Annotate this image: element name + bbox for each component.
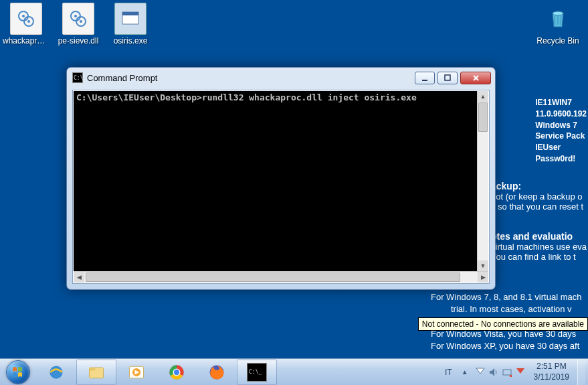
svg-rect-11 bbox=[422, 80, 427, 81]
security-icon[interactable] bbox=[515, 367, 526, 378]
action-center-icon[interactable] bbox=[475, 367, 486, 378]
titlebar[interactable]: C:\ Command Prompt bbox=[67, 68, 495, 88]
vertical-scrollbar[interactable]: ▲ ▼ bbox=[477, 91, 488, 271]
show-desktop-button[interactable] bbox=[577, 359, 585, 386]
scroll-down-arrow-icon[interactable]: ▼ bbox=[478, 260, 488, 271]
taskbar-items: C:\_ bbox=[36, 359, 277, 385]
taskbar: C:\_ IT ▲ 2:51 PM 3/11/2019 bbox=[0, 358, 588, 385]
desktop-icon-label: Recycle Bin bbox=[534, 36, 581, 46]
svg-rect-12 bbox=[445, 75, 450, 80]
console-area: C:\Users\IEUser\Desktop>rundll32 whackap… bbox=[72, 90, 490, 284]
scroll-thumb[interactable] bbox=[86, 273, 460, 282]
horizontal-scrollbar[interactable]: ◀ ▶ bbox=[74, 271, 488, 283]
svg-rect-24 bbox=[510, 375, 512, 377]
recycle-bin-icon bbox=[542, 3, 574, 35]
desktop-icon-osiris[interactable]: osiris.exe bbox=[107, 3, 154, 46]
minimize-button[interactable] bbox=[415, 72, 435, 84]
maximize-button[interactable] bbox=[437, 72, 458, 84]
clock-date: 3/11/2019 bbox=[534, 372, 569, 383]
taskbar-cmd[interactable]: C:\_ bbox=[237, 360, 277, 385]
system-tray: IT ▲ 2:51 PM 3/11/2019 bbox=[442, 359, 588, 385]
desktop-icon-pesieve[interactable]: pe-sieve.dll bbox=[55, 3, 102, 46]
taskbar-explorer[interactable] bbox=[76, 360, 116, 385]
desktop-icon-recyclebin[interactable]: Recycle Bin bbox=[534, 3, 581, 46]
show-hidden-icons[interactable]: ▲ bbox=[459, 368, 471, 376]
cmd-icon: C:\ bbox=[72, 72, 83, 83]
taskbar-clock[interactable]: 2:51 PM 3/11/2019 bbox=[530, 362, 573, 382]
taskbar-mediaplayer[interactable] bbox=[116, 360, 157, 385]
desktop-icon-label: osiris.exe bbox=[107, 36, 154, 46]
desktop-icon-label: pe-sieve.dll bbox=[55, 36, 102, 46]
start-button[interactable] bbox=[0, 359, 36, 386]
network-tooltip: Not connected - No connections are avail… bbox=[418, 317, 588, 331]
svg-point-6 bbox=[74, 15, 77, 17]
language-indicator[interactable]: IT bbox=[442, 368, 455, 377]
dll-icon bbox=[62, 3, 94, 35]
cmd-icon: C:\_ bbox=[247, 363, 267, 382]
svg-point-2 bbox=[22, 15, 25, 17]
volume-icon[interactable] bbox=[488, 367, 499, 378]
svg-rect-23 bbox=[503, 370, 511, 375]
wallpaper-system-info: IE11WIN7 11.0.9600.192 Windows 7 Service… bbox=[535, 97, 588, 165]
scroll-up-arrow-icon[interactable]: ▲ bbox=[478, 91, 488, 102]
svg-point-3 bbox=[27, 20, 30, 23]
svg-rect-15 bbox=[90, 368, 96, 370]
network-icon[interactable] bbox=[502, 367, 512, 378]
wallpaper-notes-text: otes and evaluatio virtual machines use … bbox=[491, 231, 588, 262]
dll-icon bbox=[10, 3, 42, 35]
command-prompt-window[interactable]: C:\ Command Prompt C:\Users\IEUser\Deskt… bbox=[66, 67, 496, 290]
svg-point-7 bbox=[80, 20, 82, 23]
svg-rect-9 bbox=[122, 12, 138, 15]
clock-time: 2:51 PM bbox=[534, 362, 569, 372]
desktop-icon-label: whackaproc... bbox=[3, 36, 50, 46]
svg-point-13 bbox=[50, 366, 62, 378]
svg-point-10 bbox=[553, 11, 563, 15]
window-title: Command Prompt bbox=[87, 73, 415, 83]
scroll-right-arrow-icon[interactable]: ▶ bbox=[478, 272, 488, 283]
scroll-left-arrow-icon[interactable]: ◀ bbox=[74, 272, 84, 283]
windows-logo-icon bbox=[6, 360, 30, 384]
scroll-thumb[interactable] bbox=[478, 102, 488, 132]
taskbar-ie[interactable] bbox=[36, 360, 76, 385]
desktop-icon-whackaproc[interactable]: whackaproc... bbox=[3, 3, 50, 46]
taskbar-chrome[interactable] bbox=[157, 360, 197, 385]
desktop: whackaproc... pe-sieve.dll osiris.exe Re… bbox=[0, 0, 588, 358]
taskbar-firefox[interactable] bbox=[197, 360, 237, 385]
close-button[interactable] bbox=[460, 72, 491, 84]
wallpaper-backup-text: ackup: hot (or keep a backup o l, so tha… bbox=[491, 181, 588, 212]
console-output[interactable]: C:\Users\IEUser\Desktop>rundll32 whackap… bbox=[74, 91, 477, 271]
exe-icon bbox=[114, 3, 146, 35]
